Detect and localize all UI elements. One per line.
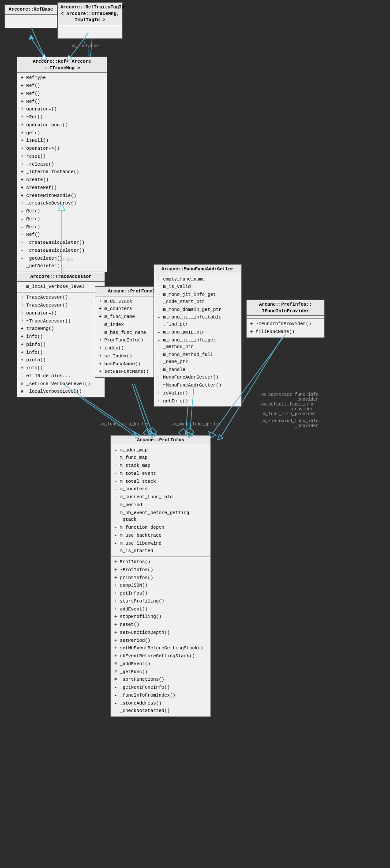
pi-row-13: + ProfInfos() <box>113 558 208 566</box>
mono-row-3: - m_mono_domain_get_ptr <box>157 306 239 314</box>
ref-row-3: + Ref() <box>20 98 104 106</box>
ref-row-14: + createRef() <box>20 184 104 192</box>
diagram-container: Arccore::RefBase Arccore::RefTraitsTagId… <box>0 0 390 868</box>
ta-row-9: + pinfo() <box>20 356 102 364</box>
ref-row-20: - Ref() <box>20 231 104 239</box>
pi-row-6: - m_current_func_info <box>113 493 208 501</box>
ref-row-7: + get() <box>20 129 104 137</box>
mono-title: Arcane::MonoFuncAddrGetter <box>154 265 241 274</box>
pi-row-32: - _checkNotStarted() <box>113 707 208 715</box>
mono-row-6: - m_mono_jit_info_get _method_ptr <box>157 337 239 352</box>
mono-row-2: - m_mono_jit_info_get _code_start_ptr <box>157 291 239 306</box>
profinfos-fields: - m_addr_map - m_func_map - m_stack_map … <box>111 445 210 557</box>
m-trace-label: -m_trace <box>52 257 73 262</box>
ta-row-1: + TraceAccessor() <box>20 294 102 302</box>
ta-row-0: - m_local_verbose_level <box>20 283 102 291</box>
ref-row-13: + create() <box>20 176 104 184</box>
reftraitstag-title: Arccore::RefTraitsTagId< Arccore::ITrace… <box>58 3 122 25</box>
pi-row-29: - _getNextFuncInfo() <box>113 684 208 692</box>
profinfos-box: Arcane::ProfInfos - m_addr_map - m_func_… <box>110 435 211 717</box>
ta-row-12: # _setLocalVerboseLevel() <box>20 380 102 388</box>
pi-row-26: # _addEvent() <box>113 660 208 668</box>
profinfos-methods: + ProfInfos() + ~ProfInfos() + printInfo… <box>111 557 210 716</box>
m-default-label: -m_default_func_info provider <box>260 402 313 412</box>
traceaccessor-box: Arccore::TraceAccessor - m_local_verbose… <box>17 272 105 398</box>
pi-row-1: - m_func_map <box>113 454 208 462</box>
pi-row-28: # _sortFunctions() <box>113 676 208 684</box>
ta-row-10: + info() <box>20 364 102 372</box>
mono-row-10: + ~MonoFuncAddrGetter() <box>157 382 239 390</box>
pi-row-25: + nbEventBeforeGettingStack() <box>113 652 208 660</box>
pi-row-11: - m_use_libunwind <box>113 540 208 548</box>
ta-row-4: + ~TraceAccessor() <box>20 318 102 326</box>
ref-row-1: + Ref() <box>20 82 104 90</box>
pi-row-27: # _getFunc() <box>113 668 208 676</box>
ref-row-9: + operator->() <box>20 145 104 153</box>
ta-row-3: + operator=() <box>20 310 102 318</box>
pi-row-20: + stopProfiling() <box>113 613 208 621</box>
m-func-info-provider-label: -m_func_info_provider <box>260 412 316 417</box>
pi-row-4: - m_total_stack <box>113 478 208 486</box>
pi-row-2: - m_stack_map <box>113 462 208 470</box>
pi-row-17: + getInfos() <box>113 590 208 598</box>
ref-row-4: + operator=() <box>20 106 104 114</box>
ref-row-11: + _release() <box>20 161 104 169</box>
reftraitstag-body <box>58 25 122 38</box>
pi-row-22: + setFunctionDepth() <box>113 629 208 637</box>
ifunc-sep <box>247 316 324 319</box>
m-mono-func-getter-label: -m_mono_func_getter <box>171 422 221 427</box>
ta-row-8: + info() <box>20 349 102 357</box>
ifunc-title: Arcane::ProfInfos::IFuncInfoProvider <box>247 300 324 316</box>
pi-row-31: - _storeAddress() <box>113 700 208 708</box>
mono-row-8: - m_handle <box>157 366 239 374</box>
ta-row-5: + traceMng() <box>20 325 102 333</box>
ref-row-17: - Ref() <box>20 208 104 216</box>
monofuncaddrgetter-box: Arcane::MonoFuncAddrGetter + empty_func_… <box>154 264 242 407</box>
traceaccessor-fields: - m_local_verbose_level <box>17 282 105 293</box>
mono-row-5: - m_mono_pmip_ptr <box>157 329 239 337</box>
ifunc-row-0: + ~IFuncInfoProvider() <box>249 320 322 328</box>
ifuncinfoprovider-box: Arcane::ProfInfos::IFuncInfoProvider + ~… <box>246 299 325 338</box>
refbase-body <box>5 15 57 28</box>
pi-row-19: + addEvent() <box>113 606 208 614</box>
ref-row-6: + operator bool() <box>20 121 104 129</box>
ref-row-2: + Ref() <box>20 90 104 98</box>
pi-row-10: - m_use_backtrace <box>113 532 208 540</box>
m-backtrace-label: -m_backtrace_func_info provider <box>260 392 319 402</box>
traceaccessor-methods: + TraceAccessor() + TraceAccessor() + op… <box>17 292 105 397</box>
ref-row-12: + _internalInstance() <box>20 168 104 176</box>
traceaccessor-title: Arccore::TraceAccessor <box>17 272 105 282</box>
pi-row-8: - m_nb_event_before_getting _stack <box>113 509 208 524</box>
ref-title: Arccore::Ref< Arccore::ITraceMng > <box>17 57 107 73</box>
pi-row-23: + setPeriod() <box>113 637 208 645</box>
pi-row-0: - m_addr_map <box>113 447 208 455</box>
pi-row-14: + ~ProfInfos() <box>113 566 208 574</box>
mono-row-4: - m_mono_jit_info_table _find_ptr <box>157 314 239 329</box>
pi-row-21: + reset() <box>113 621 208 629</box>
pi-row-12: - m_is_started <box>113 547 208 555</box>
ref-body: + RefType + Ref() + Ref() + Ref() + oper… <box>17 73 107 272</box>
ifunc-row-1: + fillFuncName() <box>249 328 322 336</box>
ref-row-15: + createWithHandle() <box>20 192 104 200</box>
ta-row-11: et 15 de plus... <box>20 372 102 380</box>
refbase-box: Arccore::RefBase <box>4 4 57 28</box>
svg-marker-16 <box>218 435 223 440</box>
pi-row-18: + startProfiling() <box>113 598 208 606</box>
profinfos-title: Arcane::ProfInfos <box>111 436 210 445</box>
ref-row-21: - _createBasicDeleter() <box>20 239 104 247</box>
pi-row-30: - _funcInfoFromIndex() <box>113 692 208 700</box>
pi-row-16: + dumpJSON() <box>113 582 208 590</box>
ta-row-2: + TraceAccessor() <box>20 302 102 310</box>
ta-row-13: # _localVerboseLevel() <box>20 388 102 396</box>
reftraitstag-box: Arccore::RefTraitsTagId< Arccore::ITrace… <box>57 2 123 39</box>
ref-row-5: + ~Ref() <box>20 114 104 121</box>
pi-row-7: - m_period <box>113 501 208 509</box>
ref-row-19: - Ref() <box>20 224 104 231</box>
svg-marker-1 <box>29 34 34 40</box>
m-func-info-buffer-label: -m_func_info_buffer <box>99 422 150 427</box>
ref-row-16: + _createNoDestroy() <box>20 200 104 208</box>
ref-box: Arccore::Ref< Arccore::ITraceMng > + Ref… <box>17 57 107 272</box>
svg-line-0 <box>31 38 44 57</box>
ref-row-10: + reset() <box>20 153 104 161</box>
mono-row-9: + MonoFuncAddrGetter() <box>157 374 239 382</box>
